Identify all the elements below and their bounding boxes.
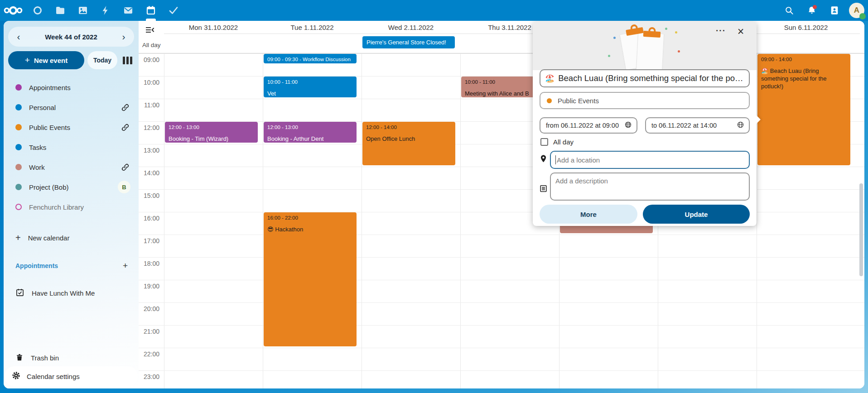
day-column[interactable]: 12:00 - 13:00Booking - Tim (Wizard) [164,53,263,388]
hour-line [139,302,864,303]
close-icon[interactable]: × [734,24,747,38]
calendar-label: Project (Bob) [29,183,118,191]
event-title-emoji: 🏖️ [545,74,555,83]
calendar-event[interactable]: 10:00 - 11:00Vet [264,77,357,97]
status-dot [859,13,866,19]
calendar-color-dot [15,204,22,210]
calendar-event[interactable]: 16:00 - 22:00😎 Hackathon [264,212,357,346]
circle-app-icon[interactable] [26,0,49,21]
more-options-icon[interactable]: ··· [714,25,728,38]
hour-line [139,280,864,280]
share-link-icon[interactable] [120,122,130,133]
hour-line [139,235,864,235]
event-title-text: Beach Luau (Bring something special for … [558,73,744,83]
event-title-field[interactable]: 🏖️ Beach Luau (Bring something special f… [540,69,750,87]
event-time: 09:00 - 09:30 - Workflow Discussion [267,56,353,63]
calendar-event[interactable]: 12:00 - 13:00Booking - Arthur Dent [264,122,357,143]
timezone-globe-icon [624,121,632,130]
avatar[interactable]: A [849,3,864,18]
calendar-picker[interactable]: Public Events [540,92,750,109]
description-icon [539,184,548,193]
plus-icon: + [25,55,30,65]
search-icon[interactable] [781,2,797,19]
day-header: Tue 1.11.2022 [263,21,362,34]
calendar-app-icon[interactable] [140,0,162,21]
calendar-color-dot [15,124,22,130]
appointment-item[interactable]: Have Lunch With Me [8,283,134,303]
calendar-check-icon [15,288,24,298]
nextcloud-logo-icon[interactable] [0,5,26,16]
tasks-icon[interactable] [162,0,185,21]
mail-icon[interactable] [117,0,140,21]
view-columns-icon[interactable] [121,51,134,69]
sidebar-calendar-item[interactable]: Public Events [8,117,134,137]
day-column[interactable]: 12:00 - 14:00Open Office Lunch [362,53,460,388]
description-input[interactable] [555,177,744,196]
week-navigation: ‹ Week 44 of 2022 › [8,27,134,47]
calendar-event[interactable]: 09:00 - 14:00🏖️ Beach Luau (Bring someth… [757,54,850,165]
calendar-color-dot [15,184,22,190]
day-column[interactable]: 09:00 - 14:00🏖️ Beach Luau (Bring someth… [757,53,855,388]
today-button[interactable]: Today [87,51,117,69]
location-input[interactable] [557,156,744,164]
end-date-field[interactable]: to 06.11.2022 at 14:00 [645,117,750,134]
timezone-globe-icon [737,121,744,130]
sidebar-calendar-item[interactable]: Appointments [8,77,134,97]
activity-icon[interactable] [94,0,117,21]
sidebar-calendar-item[interactable]: Work [8,157,134,177]
calendar-label: Personal [29,104,120,111]
scrollbar-thumb[interactable] [859,183,863,276]
day-header: Wed 2.11.2022 [362,21,460,34]
checkbox[interactable] [540,138,548,146]
gear-icon [12,371,20,381]
location-input-wrap [550,151,750,169]
shared-by-badge: B [118,181,130,193]
previous-week-button[interactable]: ‹ [11,29,26,44]
contacts-icon[interactable] [826,2,843,19]
sidebar-calendar-item[interactable]: Personal [8,97,134,117]
calendar-event[interactable]: 12:00 - 13:00Booking - Tim (Wizard) [165,122,258,143]
photos-icon[interactable] [72,0,94,21]
files-icon[interactable] [49,0,72,21]
sidebar-calendar-item[interactable]: Tasks [8,137,134,157]
more-button[interactable]: More [540,205,637,224]
calendar-label: Appointments [29,84,130,91]
sidebar-calendar-item[interactable]: Fenchurch Library [8,197,134,217]
event-time: 09:00 - 14:00 [761,56,847,63]
hour-line [139,325,864,326]
location-pin-icon [539,154,548,163]
hour-line [139,348,864,348]
allday-checkbox[interactable]: All day [540,138,574,146]
notification-dot [813,5,817,9]
allday-event[interactable]: Pierre's General Store Closed! [362,36,455,48]
trash-bin-button[interactable]: Trash bin [8,348,134,368]
app-window: A ‹ Week 44 of 2022 › + New event Today … [0,0,868,393]
calendar-event[interactable]: 12:00 - 14:00Open Office Lunch [362,122,455,165]
next-week-button[interactable]: › [116,29,131,44]
new-calendar-button[interactable]: + New calendar [8,228,134,248]
share-link-icon[interactable] [120,102,130,113]
appointments-section-header: Appointments + [15,260,134,271]
top-bar: A [0,0,868,21]
share-link-icon[interactable] [120,162,130,173]
trash-icon [15,353,24,363]
update-button[interactable]: Update [643,205,750,224]
notifications-bell-icon[interactable] [804,2,820,19]
calendar-event[interactable]: 09:00 - 09:30 - Workflow Discussion [264,54,357,63]
sidebar: ‹ Week 44 of 2022 › + New event Today Ap… [4,21,139,388]
calendar-settings-button[interactable]: Calendar settings [5,366,138,386]
event-title: 😎 Hackathon [267,225,353,233]
calendar-color-dot [15,164,22,170]
new-event-button[interactable]: + New event [8,51,84,69]
avatar-letter: A [854,6,859,15]
text-cursor [555,155,556,164]
event-time: 12:00 - 13:00 [267,124,353,131]
calendar-label: Fenchurch Library [29,203,130,211]
day-column[interactable]: 09:00 - 09:30 - Workflow Discussion10:00… [263,53,362,388]
calendar-color-dot [15,104,22,110]
sidebar-calendar-item[interactable]: Project (Bob)B [8,177,134,197]
description-input-wrap [550,173,750,201]
start-date-field[interactable]: from 06.11.2022 at 09:00 [540,117,637,134]
hour-line [139,370,864,371]
add-appointment-button[interactable]: + [123,261,134,271]
